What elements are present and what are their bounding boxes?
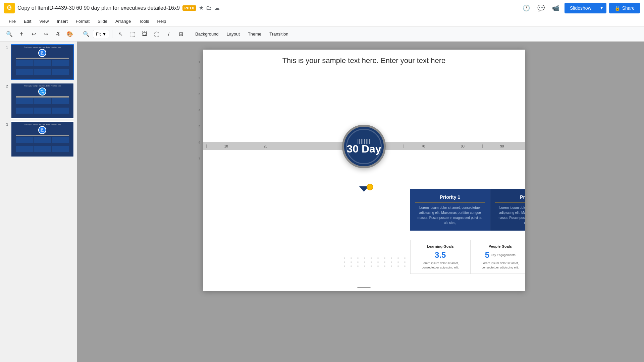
menu-help[interactable]: Help (154, 17, 170, 25)
priority-card-1[interactable]: Priority 1 Lorem ipsum dolor sit amet, c… (410, 189, 490, 231)
slide-item-2[interactable]: 2 This is your sample text here. Enter y… (3, 83, 74, 119)
slide-canvas[interactable]: This is your sample text here. Enter you… (203, 50, 525, 291)
goals-section: Learning Goals 3.5 Lorem ipsum dolor sit… (410, 240, 525, 274)
goal-card-learning[interactable]: Learning Goals 3.5 Lorem ipsum dolor sit… (411, 240, 471, 274)
select-rect-button[interactable]: ⬚ (127, 29, 138, 40)
ruler-tick-80: 80 (443, 144, 482, 148)
toolbar-sep-3 (189, 30, 189, 38)
toolbar-sep-1 (78, 30, 78, 38)
zoom-label: Fit (96, 32, 101, 37)
goal-label-people: People Goals (474, 244, 525, 248)
thumb-circle-3: 30Day (38, 126, 46, 134)
pptx-badge: PPTX (182, 5, 196, 11)
thumb-grid-1 (16, 60, 69, 78)
thumb-circle-2: 60Day (38, 87, 46, 96)
menu-edit[interactable]: Edit (20, 17, 35, 25)
thumb-ruler-1 (16, 58, 69, 59)
doc-title-area: Copy of ItemID-4439-30 60 90 day plan fo… (17, 5, 518, 11)
undo-button[interactable]: ↩ (28, 29, 39, 40)
menu-view[interactable]: View (36, 17, 52, 25)
priority-2-body: Lorem ipsum dolor sit amet, consectetuer… (495, 205, 525, 225)
slide-thumb-3[interactable]: This is your sample text here. Enter you… (11, 121, 74, 157)
thumb-grid-3 (16, 137, 69, 155)
thumb-circle-1: 30Day (38, 49, 46, 57)
ruler-tick-10: 10 (206, 144, 246, 148)
thumb-title-1: This is your sample text here. Enter you… (24, 46, 61, 48)
menu-tools[interactable]: Tools (136, 17, 152, 25)
goal-desc-learning: Lorem ipsum dolor sit amet, consectetuer… (414, 261, 467, 269)
transition-button[interactable]: Transition (266, 30, 292, 38)
ruler-tick-70: 70 (404, 144, 443, 148)
priority-1-title: Priority 1 (415, 194, 485, 202)
table-button[interactable]: ⊞ (175, 29, 186, 40)
toolbar: 🔍 + ↩ ↪ 🖨 🎨 🔍 Fit ▼ ↖ ⬚ 🖼 ◯ / ⊞ Backgrou… (0, 27, 644, 42)
top-bar: G Copy of ItemID-4439-30 60 90 day plan … (0, 0, 644, 16)
menu-insert[interactable]: Insert (53, 17, 71, 25)
redo-button[interactable]: ↪ (40, 29, 51, 40)
comments-button[interactable]: 💬 (535, 2, 547, 14)
theme-button[interactable]: Theme (245, 30, 265, 38)
add-button[interactable]: + (16, 29, 27, 40)
priority-section: Priority 1 Lorem ipsum dolor sit amet, c… (410, 189, 525, 231)
goal-desc-people: Lorem ipsum dolor sit amet, consectetuer… (474, 261, 525, 269)
folder-icon[interactable]: 🗁 (206, 5, 212, 11)
print-button[interactable]: 🖨 (52, 29, 63, 40)
slideshow-button[interactable]: Slideshow (565, 3, 597, 13)
thumb-title-3: This is your sample text here. Enter you… (24, 123, 61, 125)
zoom-control[interactable]: Fit ▼ (93, 30, 109, 38)
slide-item-3[interactable]: 3 This is your sample text here. Enter y… (3, 121, 74, 157)
menu-slide[interactable]: Slide (94, 17, 111, 25)
priority-card-2[interactable]: Priority 2 Lorem ipsum dolor sit amet, c… (490, 189, 525, 231)
line-button[interactable]: / (163, 29, 174, 40)
goal-label-learning: Learning Goals (414, 244, 467, 248)
lock-icon: 🔒 (614, 5, 620, 11)
goal-value-num-people: 5 (485, 250, 489, 260)
slideshow-btn-group: Slideshow ▼ (565, 3, 606, 13)
search-button[interactable]: 🔍 (4, 29, 15, 40)
slide-number-2: 2 (3, 83, 8, 88)
day-circle-inner-ring (346, 129, 382, 164)
canvas-area[interactable]: 1 2 3 4 5 6 7 This is your sample text h… (77, 42, 644, 362)
menu-arrange[interactable]: Arrange (112, 17, 134, 25)
slide-thumb-2[interactable]: This is your sample text here. Enter you… (11, 83, 74, 119)
priority-2-title: Priority 2 (495, 194, 525, 202)
slide-item-1[interactable]: 1 This is your sample text here. Enter y… (3, 44, 74, 80)
app-icon[interactable]: G (4, 3, 15, 13)
paint-format-button[interactable]: 🎨 (64, 29, 75, 40)
day-circle-wrap[interactable]: |||||||| 30 Day (342, 125, 386, 168)
dots-decoration-left (344, 257, 408, 267)
menu-format[interactable]: Format (72, 17, 93, 25)
goal-value-learning: 3.5 (414, 250, 467, 260)
slideshow-dropdown-button[interactable]: ▼ (597, 3, 606, 13)
doc-title-row: Copy of ItemID-4439-30 60 90 day plan fo… (17, 5, 518, 11)
goal-card-people[interactable]: People Goals 5 Key Engagements Lorem ips… (471, 240, 525, 274)
slide-sample-text[interactable]: This is your sample text here. Enter you… (203, 50, 525, 68)
menubar: File Edit View Insert Format Slide Arran… (0, 16, 644, 27)
zoom-magnify-button[interactable]: 🔍 (81, 29, 92, 40)
image-button[interactable]: 🖼 (139, 29, 150, 40)
main-area: 1 This is your sample text here. Enter y… (0, 42, 644, 362)
cloud-icon[interactable]: ☁ (214, 5, 220, 11)
history-button[interactable]: 🕐 (520, 2, 532, 14)
thumb-ruler-2 (16, 96, 69, 98)
topbar-right: 🕐 💬 📹 Slideshow ▼ 🔒 Share (520, 2, 640, 14)
layout-button[interactable]: Layout (223, 30, 243, 38)
ruler-tick-90: 90 (482, 144, 522, 148)
down-arrow (359, 186, 369, 192)
slide-canvas-wrap: 1 2 3 4 5 6 7 This is your sample text h… (77, 42, 644, 362)
slide-thumb-1[interactable]: This is your sample text here. Enter you… (11, 44, 74, 80)
meet-button[interactable]: 📹 (550, 2, 562, 14)
background-button[interactable]: Background (192, 30, 222, 38)
select-arrow-button[interactable]: ↖ (115, 29, 126, 40)
star-icon[interactable]: ★ (199, 5, 204, 11)
slide-number-1: 1 (3, 44, 8, 50)
share-button[interactable]: 🔒 Share (609, 3, 640, 13)
slides-panel: 1 This is your sample text here. Enter y… (0, 42, 77, 362)
toolbar-sep-2 (112, 30, 112, 38)
doc-title[interactable]: Copy of ItemID-4439-30 60 90 day plan fo… (17, 5, 180, 11)
priority-1-body: Lorem ipsum dolor sit amet, consectetuer… (415, 205, 485, 225)
menu-file[interactable]: File (5, 17, 19, 25)
thumb-ruler-3 (16, 135, 69, 136)
zoom-dropdown-icon: ▼ (102, 32, 106, 37)
shapes-button[interactable]: ◯ (151, 29, 162, 40)
